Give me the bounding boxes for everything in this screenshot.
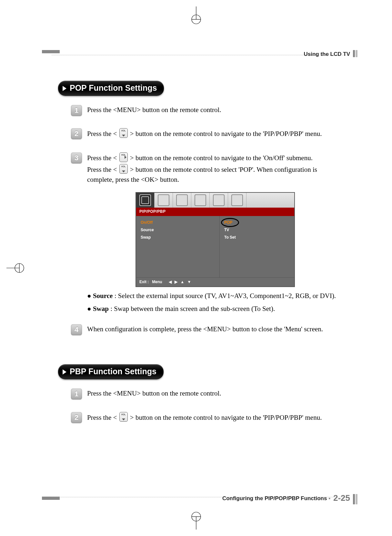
step-number-badge: 2 <box>71 128 82 139</box>
step-number-badge: 1 <box>71 388 82 399</box>
osd-value-toset: To Set <box>224 235 290 240</box>
remote-vol-right-icon: VOL <box>119 152 128 162</box>
step-number-badge: 1 <box>71 105 82 116</box>
page-number: 2-25 <box>333 493 350 503</box>
step-number-badge: 2 <box>71 412 82 423</box>
section-title: PBP Function Settings <box>70 367 156 376</box>
remote-vol-down-icon: VOL <box>119 164 128 174</box>
instruction-step: 1 Press the <MENU> button on the remote … <box>71 388 344 399</box>
bullet-source: Source : Select the external input sourc… <box>87 291 344 301</box>
osd-item-onoff: On/Off <box>141 220 215 225</box>
step-text: Press the < VOL > button on the remote c… <box>87 152 344 163</box>
step-text: Press the < VOL > button on the remote c… <box>87 128 344 139</box>
instruction-step: 1 Press the <MENU> button on the remote … <box>71 105 344 116</box>
header-section-title: Using the LCD TV <box>304 51 350 57</box>
dish-icon <box>231 194 243 206</box>
triangle-right-icon <box>63 86 66 91</box>
header-tick-icon <box>353 50 355 57</box>
step-number-badge: 4 <box>71 324 82 335</box>
osd-tab-5 <box>210 193 228 208</box>
instruction-step: 4 When configuration is complete, press … <box>71 324 344 335</box>
highlight-oval-icon <box>221 218 239 227</box>
crop-mark-left <box>6 258 26 278</box>
channel-icon <box>195 194 206 206</box>
osd-tab-2 <box>155 193 173 208</box>
osd-value-pop: POP <box>224 220 232 225</box>
footer-tick-icon <box>353 494 355 504</box>
remote-vol-down-icon: VOL <box>119 128 128 138</box>
osd-tab-bar <box>136 193 294 208</box>
remote-vol-down-icon: VOL <box>119 412 128 422</box>
step-text: Press the < VOL > button on the remote c… <box>87 164 344 184</box>
osd-item-source: Source <box>141 227 215 233</box>
section-heading-pop: POP Function Settings <box>58 81 164 96</box>
instruction-step: 3 Press the < VOL > button on the remote… <box>71 152 344 314</box>
step-text: Press the <MENU> button on the remote co… <box>87 388 344 398</box>
step-number-badge: 3 <box>71 152 82 163</box>
osd-value-tv: TV <box>224 227 290 233</box>
footer-text: Configuring the PIP/POP/PBP Functions ▪ … <box>222 493 350 503</box>
osd-menu-title: PIP/POP/PBP <box>136 208 294 216</box>
footer-topic: Configuring the PIP/POP/PBP Functions <box>222 495 327 501</box>
step-text: Press the < VOL > button on the remote c… <box>87 412 344 422</box>
instruction-step: 2 Press the < VOL > button on the remote… <box>71 412 344 424</box>
osd-right-pane: POP TV To Set <box>220 216 294 277</box>
section-title: POP Function Settings <box>70 83 157 92</box>
step-text: When configuration is complete, press th… <box>87 324 344 334</box>
pip-icon <box>139 194 151 206</box>
crop-mark-bottom <box>186 510 206 530</box>
bullet-swap: Swap : Swap between the main screen and … <box>87 304 344 314</box>
osd-tab-4 <box>191 193 210 208</box>
osd-nav-arrows-icon: ◀ ▶ ▲ ▼ <box>169 279 192 285</box>
osd-tab-pip <box>136 193 155 208</box>
osd-menu-label: Menu <box>152 279 162 285</box>
osd-tab-3 <box>173 193 191 208</box>
osd-tab-6 <box>228 193 246 208</box>
osd-left-pane: On/Off Source Swap <box>136 216 220 277</box>
osd-screenshot: PIP/POP/PBP On/Off Source Swap POP TV To… <box>136 192 295 287</box>
instruction-step: 2 Press the < VOL > button on the remote… <box>71 128 344 140</box>
triangle-right-icon <box>63 369 66 375</box>
osd-exit-label: Exit : <box>139 279 149 285</box>
setup-icon <box>213 194 225 206</box>
header-tick-icon <box>356 50 357 57</box>
header-accent-bar <box>42 50 60 53</box>
footer-tick-icon <box>356 494 357 504</box>
osd-status-bar: Exit : Menu ◀ ▶ ▲ ▼ <box>136 277 294 286</box>
sound-icon <box>176 194 188 206</box>
section-heading-pbp: PBP Function Settings <box>58 364 164 379</box>
osd-item-swap: Swap <box>141 235 215 240</box>
footer-dots-icon: ▪ <box>328 495 333 501</box>
step-text: Press the <MENU> button on the remote co… <box>87 105 344 115</box>
picture-icon <box>158 194 169 206</box>
crop-mark-top <box>186 6 206 26</box>
